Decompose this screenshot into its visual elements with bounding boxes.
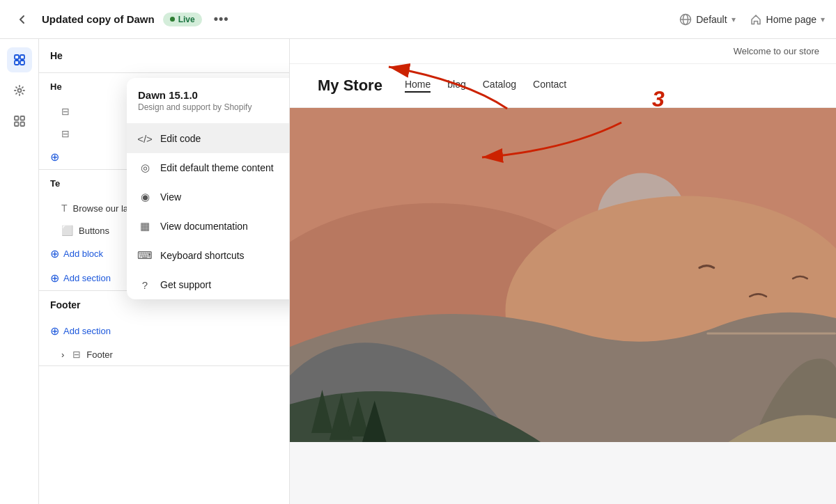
nav-blog[interactable]: blog	[447, 79, 465, 93]
docs-icon: ▦	[138, 219, 152, 233]
plus-circle-icon: ⊕	[50, 150, 59, 164]
default-label: Default	[696, 14, 727, 25]
dropdown-menu: Dawn 15.1.0 Design and support by Shopif…	[127, 78, 290, 299]
theme-name: Updated copy of Dawn	[42, 13, 155, 25]
panel-header: He	[39, 39, 289, 73]
code-icon: </>	[138, 132, 152, 145]
section-icon-1: ⊟	[61, 106, 70, 117]
svg-point-7	[17, 89, 21, 93]
apps-icon-btn[interactable]	[7, 109, 32, 134]
default-selector[interactable]: Default ▾	[679, 13, 735, 26]
plus-circle-icon-3: ⊕	[50, 271, 59, 285]
home-icon	[750, 13, 762, 26]
svg-rect-10	[15, 123, 19, 127]
support-icon: ?	[138, 278, 152, 292]
theme-content-icon: ◎	[138, 161, 152, 175]
section-panel: He He › ⊟ ⊟ ⊕ Te	[39, 39, 290, 504]
icon-sidebar	[0, 39, 39, 504]
svg-rect-9	[20, 116, 24, 120]
footer-icon: ⊟	[72, 349, 81, 360]
plus-circle-icon-4: ⊕	[50, 324, 59, 338]
buttons-icon: ⬜	[61, 225, 73, 236]
live-label: Live	[178, 15, 195, 24]
keyboard-icon: ⌨	[138, 249, 152, 262]
top-bar: Updated copy of Dawn Live ••• Default ▾	[0, 0, 836, 39]
svg-rect-6	[20, 61, 24, 65]
footer-section-group: Footer ⊕ Add section › ⊟ Footer	[39, 291, 289, 366]
panel-title: He	[50, 50, 63, 61]
settings-icon-btn[interactable]	[7, 78, 32, 103]
get-support-item[interactable]: ? Get support	[127, 270, 290, 299]
more-button[interactable]: •••	[210, 8, 233, 31]
svg-rect-11	[20, 123, 24, 127]
section-icon-2: ⊟	[61, 128, 70, 139]
homepage-label: Home page	[766, 14, 816, 25]
preview-topbar: Welcome to our store	[290, 39, 836, 64]
chevron-down-icon-2: ▾	[821, 15, 825, 24]
view-docs-item[interactable]: ▦ View documentation	[127, 212, 290, 241]
live-badge: Live	[163, 13, 202, 26]
store-nav: My Store Home blog Catalog Contact	[290, 64, 836, 108]
svg-rect-4	[20, 55, 24, 59]
svg-rect-3	[15, 55, 19, 59]
top-bar-right: Default ▾ Home page ▾	[679, 13, 825, 26]
footer-item[interactable]: › ⊟ Footer	[39, 343, 289, 365]
nav-links: Home blog Catalog Contact	[405, 79, 566, 93]
edit-theme-content-item[interactable]: ◎ Edit default theme content	[127, 153, 290, 182]
dropdown-subtitle: Design and support by Shopify	[138, 102, 290, 112]
nav-home[interactable]: Home	[405, 79, 431, 93]
add-section-btn-footer[interactable]: ⊕ Add section	[39, 319, 289, 343]
nav-catalog[interactable]: Catalog	[483, 79, 516, 93]
svg-rect-5	[15, 61, 19, 65]
landscape-illustration	[290, 108, 836, 442]
dropdown-header: Dawn 15.1.0 Design and support by Shopif…	[127, 78, 290, 124]
live-dot	[170, 17, 175, 22]
welcome-text: Welcome to our store	[734, 46, 819, 56]
view-item[interactable]: ◉ View	[127, 182, 290, 212]
sections-icon-btn[interactable]	[7, 47, 32, 72]
back-button[interactable]	[11, 8, 33, 31]
homepage-selector[interactable]: Home page ▾	[750, 13, 825, 26]
globe-icon	[679, 13, 692, 26]
preview-area: Welcome to our store My Store Home blog …	[290, 39, 836, 504]
chevron-right-icon-2: ›	[61, 349, 64, 360]
view-icon: ◉	[138, 190, 152, 204]
plus-circle-icon-2: ⊕	[50, 247, 59, 260]
edit-code-item[interactable]: </> Edit code	[127, 124, 290, 153]
dropdown-theme-name: Dawn 15.1.0	[138, 89, 290, 101]
main-content: He He › ⊟ ⊟ ⊕ Te	[0, 39, 836, 504]
text-icon: T	[61, 203, 68, 214]
chevron-down-icon: ▾	[732, 15, 736, 24]
top-bar-left: Updated copy of Dawn Live •••	[11, 8, 233, 31]
svg-rect-16	[706, 333, 836, 335]
nav-contact[interactable]: Contact	[533, 79, 566, 93]
keyboard-shortcuts-item[interactable]: ⌨ Keyboard shortcuts	[127, 241, 290, 270]
svg-rect-8	[15, 116, 19, 120]
store-name: My Store	[318, 77, 382, 95]
